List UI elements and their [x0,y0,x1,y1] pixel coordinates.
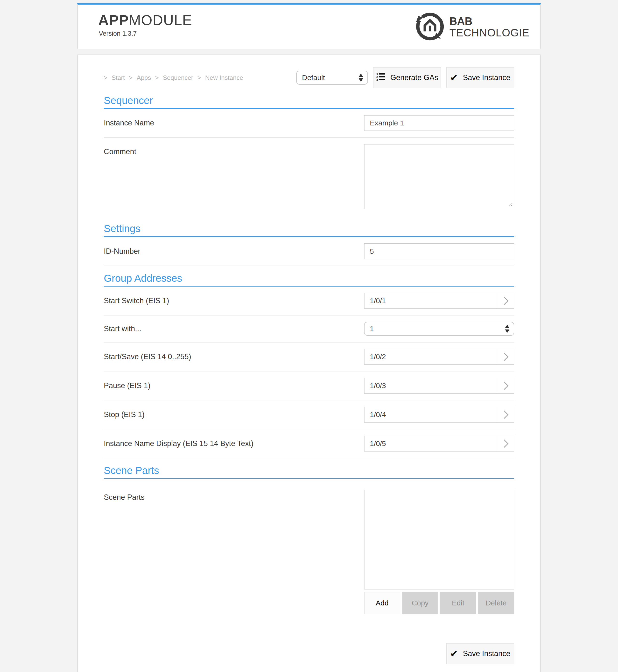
ga-row-stop: Stop (EIS 1) [104,400,514,429]
ga-row-label: Stop (EIS 1) [104,410,364,419]
chevron-right-icon [503,296,509,305]
ga-address-input-start-save[interactable] [365,349,498,364]
section-title-settings: Settings [104,223,514,235]
scene-parts-buttons: Add Copy Edit Delete [364,592,514,614]
breadcrumb: > Start > Apps > Sequencer > New Instanc… [104,74,243,82]
chevron-right-icon [503,439,509,448]
config-select[interactable]: Default [296,71,368,85]
ga-picker-button[interactable] [498,293,514,308]
chevron-right-icon [503,381,509,390]
edit-button[interactable]: Edit [440,592,476,614]
section-title-sequencer: Sequencer [104,95,514,107]
save-instance-label: Save Instance [463,649,510,658]
app-title-bold: APP [98,12,129,28]
ga-input-group [364,349,514,365]
brand-logo: BAB TECHNOLOGIE [415,11,529,43]
ga-address-input-pause[interactable] [365,378,498,393]
save-instance-button-bottom[interactable]: ✔ Save Instance [446,643,514,664]
ga-row-label: Start/Save (EIS 14 0..255) [104,353,364,361]
footer: ✔ Save Instance [104,643,514,664]
brand-subtitle: TECHNOLOGIE [449,27,529,38]
ga-input-group [364,293,514,309]
ga-picker-button[interactable] [498,407,514,422]
save-instance-button-top[interactable]: ✔ Save Instance [446,67,514,88]
ga-row-start-with: Start with... 1 [104,315,514,343]
ga-row-pause: Pause (EIS 1) [104,372,514,400]
breadcrumb-item-sequencer[interactable]: Sequencer [163,74,193,82]
start-with-select-value: 1 [370,325,374,333]
generate-gas-button[interactable]: 1 2 3 Generate GAs [373,67,441,88]
start-with-select[interactable]: 1 [364,322,514,336]
config-select-value: Default [302,74,325,82]
main-panel: > Start > Apps > Sequencer > New Instanc… [77,54,541,672]
ga-input-group [364,407,514,423]
ga-row-label: Start Switch (EIS 1) [104,296,364,305]
toolbar-controls: Default 1 2 3 [296,67,514,88]
breadcrumb-separator: > [155,74,159,82]
check-icon: ✔ [450,649,458,659]
generate-gas-label: Generate GAs [390,73,438,82]
ga-address-input-start-switch[interactable] [365,293,498,308]
id-number-row: ID-Number [104,237,514,266]
chevron-right-icon [503,352,509,361]
delete-button[interactable]: Delete [478,592,514,614]
select-arrows-icon [505,325,509,333]
instance-name-row: Instance Name [104,109,514,138]
scene-parts-listbox[interactable] [364,490,514,589]
ga-row-label: Pause (EIS 1) [104,381,364,390]
brand-text: BAB TECHNOLOGIE [449,15,529,38]
id-number-input[interactable] [364,243,514,259]
breadcrumb-item-start[interactable]: Start [112,74,125,82]
instance-name-label: Instance Name [104,119,364,127]
app-header: APPMODULE Version 1.3.7 BAB TECHNOLOGIE [77,3,541,49]
breadcrumb-item-new-instance[interactable]: New Instance [205,74,243,82]
breadcrumb-separator: > [197,74,201,82]
app-title-light: MODULE [129,12,192,28]
ga-picker-button[interactable] [498,436,514,451]
ga-picker-button[interactable] [498,349,514,364]
section-title-group-addresses: Group Addresses [104,272,514,284]
section-title-scene-parts: Scene Parts [104,464,514,477]
ordered-list-icon: 1 2 3 [376,72,386,84]
ga-input-group [364,378,514,394]
add-button[interactable]: Add [364,592,400,614]
comment-label: Comment [104,144,364,156]
ga-row-label: Instance Name Display (EIS 15 14 Byte Te… [104,439,364,448]
bab-logo-icon [415,11,445,43]
scene-parts-label: Scene Parts [104,490,364,502]
ga-row-label: Start with... [104,324,364,333]
instance-name-input[interactable] [364,115,514,131]
svg-text:3: 3 [376,78,378,82]
comment-row: Comment [104,138,514,216]
ga-picker-button[interactable] [498,378,514,393]
topbar: > Start > Apps > Sequencer > New Instanc… [104,55,514,88]
comment-textarea[interactable] [364,144,514,209]
ga-row-start-switch: Start Switch (EIS 1) [104,287,514,315]
ga-input-group [364,436,514,451]
select-arrows-icon [359,74,363,82]
ga-row-start-save: Start/Save (EIS 14 0..255) [104,343,514,372]
scene-parts-row: Scene Parts Add Copy Edit Delete [104,479,514,621]
save-instance-label: Save Instance [463,73,510,82]
chevron-right-icon [503,410,509,419]
ga-address-input-instance-name-display[interactable] [365,436,498,451]
id-number-label: ID-Number [104,247,364,256]
breadcrumb-item-apps[interactable]: Apps [137,74,151,82]
check-icon: ✔ [450,73,458,83]
brand-name: BAB [449,15,529,27]
ga-row-instance-name-display: Instance Name Display (EIS 15 14 Byte Te… [104,429,514,458]
copy-button[interactable]: Copy [402,592,438,614]
resize-handle-icon[interactable] [508,203,513,208]
breadcrumb-separator: > [104,74,107,82]
ga-address-input-stop[interactable] [365,407,498,422]
breadcrumb-separator: > [129,74,132,82]
